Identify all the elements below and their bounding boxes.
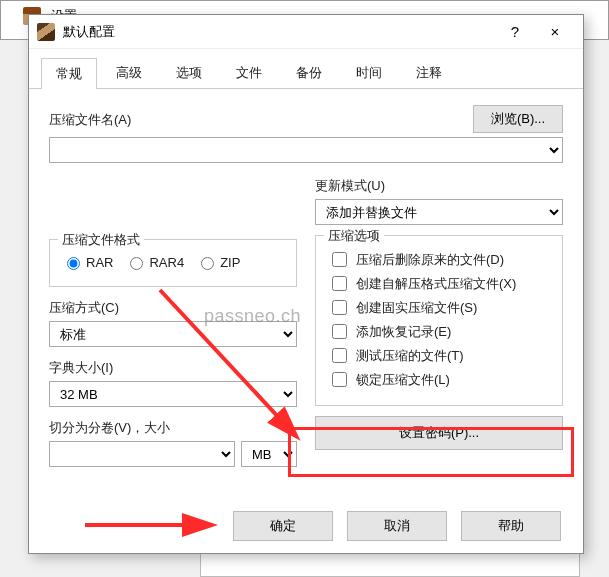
opt-test[interactable]: 测试压缩的文件(T) (328, 345, 550, 366)
opt-sfx[interactable]: 创建自解压格式压缩文件(X) (328, 273, 550, 294)
split-unit-select[interactable]: MB (241, 441, 297, 467)
tab-options[interactable]: 选项 (161, 57, 217, 88)
dict-select[interactable]: 32 MB (49, 381, 297, 407)
browse-button[interactable]: 浏览(B)... (473, 105, 563, 133)
options-group-title: 压缩选项 (324, 227, 384, 245)
method-label: 压缩方式(C) (49, 299, 297, 317)
method-select[interactable]: 标准 (49, 321, 297, 347)
opt-lock[interactable]: 锁定压缩文件(L) (328, 369, 550, 390)
format-rar[interactable]: RAR (62, 254, 113, 270)
options-group: 压缩选项 压缩后删除原来的文件(D) 创建自解压格式压缩文件(X) 创建固实压缩… (315, 235, 563, 406)
format-rar4[interactable]: RAR4 (125, 254, 184, 270)
default-profile-dialog: 默认配置 ? × 常规 高级 选项 文件 备份 时间 注释 压缩文件名(A) 浏… (28, 14, 584, 554)
tab-comment[interactable]: 注释 (401, 57, 457, 88)
winrar-icon (37, 23, 55, 41)
tab-time[interactable]: 时间 (341, 57, 397, 88)
help-footer-button[interactable]: 帮助 (461, 511, 561, 541)
format-zip[interactable]: ZIP (196, 254, 240, 270)
dialog-footer: 确定 取消 帮助 (29, 511, 583, 541)
update-mode-label: 更新模式(U) (315, 177, 563, 195)
update-mode-select[interactable]: 添加并替换文件 (315, 199, 563, 225)
tab-files[interactable]: 文件 (221, 57, 277, 88)
opt-delete-after[interactable]: 压缩后删除原来的文件(D) (328, 249, 550, 270)
tab-bar: 常规 高级 选项 文件 备份 时间 注释 (29, 49, 583, 89)
format-group-title: 压缩文件格式 (58, 231, 144, 249)
help-button[interactable]: ? (495, 17, 535, 47)
tab-advanced[interactable]: 高级 (101, 57, 157, 88)
split-size-select[interactable] (49, 441, 235, 467)
tab-content: 压缩文件名(A) 浏览(B)... 压缩文件格式 RAR RAR4 ZIP (29, 89, 583, 483)
split-label: 切分为分卷(V)，大小 (49, 419, 297, 437)
dialog-title: 默认配置 (63, 23, 495, 41)
titlebar: 默认配置 ? × (29, 15, 583, 49)
tab-general[interactable]: 常规 (41, 58, 97, 89)
dict-label: 字典大小(I) (49, 359, 297, 377)
cancel-button[interactable]: 取消 (347, 511, 447, 541)
archive-name-input[interactable] (49, 137, 563, 163)
tab-backup[interactable]: 备份 (281, 57, 337, 88)
format-group: 压缩文件格式 RAR RAR4 ZIP (49, 239, 297, 287)
opt-solid[interactable]: 创建固实压缩文件(S) (328, 297, 550, 318)
opt-recovery[interactable]: 添加恢复记录(E) (328, 321, 550, 342)
close-button[interactable]: × (535, 17, 575, 47)
ok-button[interactable]: 确定 (233, 511, 333, 541)
archive-name-label: 压缩文件名(A) (49, 111, 463, 129)
set-password-button[interactable]: 设置密码(P)... (315, 416, 563, 450)
